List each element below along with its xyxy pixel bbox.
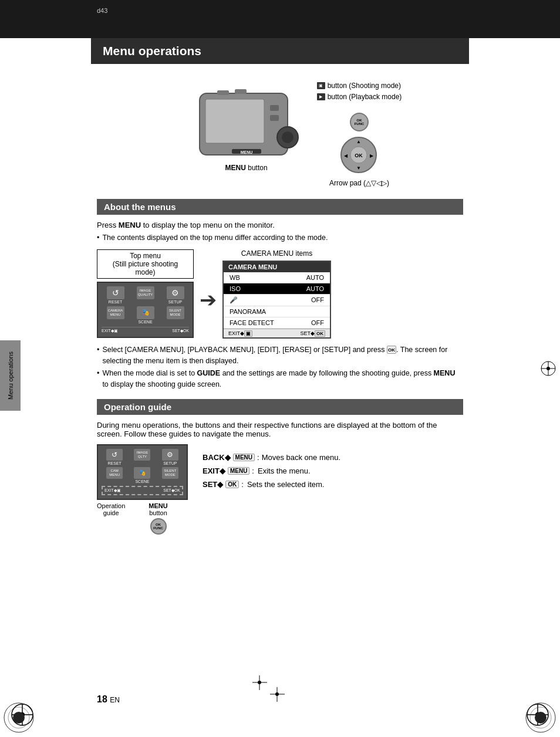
svg-rect-46 (235, 89, 247, 94)
legend-item-back: BACK◆MENU : Moves back one menu. (203, 453, 340, 462)
svg-text:◀: ◀ (344, 153, 348, 158)
op-guide-label: Operation guide (97, 502, 125, 535)
shooting-icon: ▣ (317, 82, 325, 89)
deco-circle-br (525, 702, 557, 734)
op-guide-sim-grid: ↺ RESET IMAGEQLTY ⚙ SETUP CAMMENU 🎭 (102, 449, 183, 484)
about-menus-bullets: Select [CAMERA MENU], [PLAYBACK MENU], [… (97, 344, 463, 390)
shooting-mode-label: ▣ button (Shooting mode) (317, 82, 402, 90)
camera-menu-panel: CAMERA MENU WBAUTO ISOAUTO 🎤OFF PANORAMA (222, 261, 331, 339)
operation-guide-diagram-area: ↺ RESET IMAGEQLTY ⚙ SETUP CAMMENU 🎭 (97, 444, 463, 535)
sim-item-reset: ↺ RESET (102, 286, 129, 304)
crosshair-right (539, 360, 557, 377)
crosshair-bottom-mid (252, 675, 267, 690)
page-title: Menu operations (91, 38, 469, 64)
side-tab-text: Menu operations (7, 351, 14, 400)
svg-point-35 (546, 367, 550, 370)
arrow-between-menus: ➔ (200, 288, 217, 312)
operation-guide-header: Operation guide (97, 399, 463, 415)
svg-rect-40 (205, 99, 264, 143)
camera-menu-panel-header: CAMERA MENU (224, 262, 330, 272)
camera-menu-row-face-detect: FACE DETECTOFF (224, 317, 330, 329)
camera-body-wrapper: MENU MENU button (188, 79, 305, 187)
arrow-pad-label: Arrow pad (△▽◁▷) (329, 179, 389, 187)
svg-text:▲: ▲ (357, 139, 362, 144)
menu-button-label-op: MENUbutton OKFUNC (149, 502, 167, 535)
camera-right-labels: ▣ button (Shooting mode) ▶ button (Playb… (317, 82, 402, 187)
camera-menu-section: CAMERA MENU items CAMERA MENU WBAUTO ISO… (222, 249, 331, 339)
crosshair-bottom (270, 687, 285, 702)
svg-point-24 (13, 712, 25, 724)
legend-item-set: SET◆OK : Sets the selected item. (203, 480, 340, 489)
svg-rect-42 (270, 115, 279, 121)
camera-menu-row-panorama: PANORAMA (224, 306, 330, 317)
arrow-pad[interactable]: OK ▲ ▼ ◀ ▶ (340, 136, 378, 174)
svg-point-58 (275, 692, 279, 696)
camera-diagram-section: MENU MENU button ▣ button (Shooting mode… (97, 70, 463, 193)
about-menus-bullet2: Select [CAMERA MENU], [PLAYBACK MENU], [… (97, 344, 463, 367)
playback-mode-label: ▶ button (Playback mode) (317, 93, 402, 101)
menu-button-label: MENU button (225, 164, 268, 172)
op-guide-screen-area: ↺ RESET IMAGEQLTY ⚙ SETUP CAMMENU 🎭 (97, 444, 188, 535)
svg-text:▶: ▶ (370, 153, 374, 158)
key-legend: BACK◆MENU : Moves back one menu. EXIT◆ME… (203, 453, 340, 489)
svg-text:OK: OK (355, 153, 363, 158)
main-content: MENU MENU button ▣ button (Shooting mode… (91, 64, 469, 540)
about-menus-bullet3: When the mode dial is set to GUIDE and t… (97, 368, 463, 390)
op-guide-sim-screen: ↺ RESET IMAGEQLTY ⚙ SETUP CAMMENU 🎭 (97, 444, 188, 500)
svg-point-44 (282, 131, 294, 143)
camera-menu-row-wb: WBAUTO (224, 272, 330, 283)
sim-top-menu-screen: ↺ RESET IMAGEQUALITY ⚙ SETUP CAMERAMENU (97, 282, 194, 338)
svg-rect-45 (217, 90, 229, 95)
deco-circle-bl (3, 702, 35, 734)
sim-item-silent-mode: SILENTMODE (161, 306, 189, 324)
svg-point-27 (535, 712, 546, 724)
sim-item-image-quality: IMAGEQUALITY (131, 286, 159, 304)
legend-item-exit: EXIT◆MENU : Exits the menu. (203, 466, 340, 475)
top-menu-label: Top menu(Still picture shooting mode) (97, 249, 194, 279)
sim-screen-footer: EXIT◆▣ SET◆OK (102, 327, 189, 333)
svg-rect-41 (270, 105, 279, 111)
top-bar: d43 (0, 0, 560, 38)
about-menus-header: About the menus (97, 199, 463, 215)
page-number: 18 EN (97, 694, 120, 705)
camera-menu-panel-footer: EXIT◆▣ SET◆OK (224, 329, 330, 337)
sim-menu-grid: ↺ RESET IMAGEQUALITY ⚙ SETUP CAMERAMENU (102, 286, 189, 324)
button-cluster: OKFUNC OK ▲ ▼ ◀ ▶ Arrow pad (△▽◁▷) (317, 113, 402, 187)
svg-point-38 (258, 681, 261, 684)
camera-menu-items-label: CAMERA MENU items (241, 249, 312, 258)
arrow-pad-svg: OK ▲ ▼ ◀ ▶ (340, 136, 378, 174)
camera-body-svg: MENU (188, 79, 305, 167)
top-menu-section: Top menu(Still picture shooting mode) ↺ … (97, 249, 194, 338)
op-guide-ok-btn[interactable]: OKFUNC (150, 518, 167, 535)
page-code: d43 (97, 7, 107, 14)
sim-item-scene: 🎭 SCENE (131, 306, 159, 324)
op-guide-bottom-labels: Operation guide MENUbutton OKFUNC (97, 502, 168, 535)
svg-text:▼: ▼ (357, 165, 362, 171)
about-menus-bullet1: The contents displayed on the top menu d… (97, 232, 463, 244)
svg-text:MENU: MENU (240, 150, 252, 154)
playback-icon: ▶ (317, 93, 325, 100)
menu-diagram-container: Top menu(Still picture shooting mode) ↺ … (97, 249, 463, 339)
sim-item-camera-menu: CAMERAMENU (102, 306, 129, 324)
camera-menu-row-iso: ISOAUTO (224, 283, 330, 295)
operation-guide-description: During menu operations, the buttons and … (97, 421, 463, 438)
ok-button-small-top[interactable]: OKFUNC (350, 113, 369, 131)
camera-menu-row-mic: 🎤OFF (224, 295, 330, 306)
sim-item-setup: ⚙ SETUP (161, 286, 189, 304)
op-guide-screen-footer: EXIT◆▣ SET◆OK (102, 486, 183, 495)
side-tab: Menu operations (0, 340, 21, 411)
press-menu-text: Press MENU to display the top menu on th… (97, 221, 463, 229)
